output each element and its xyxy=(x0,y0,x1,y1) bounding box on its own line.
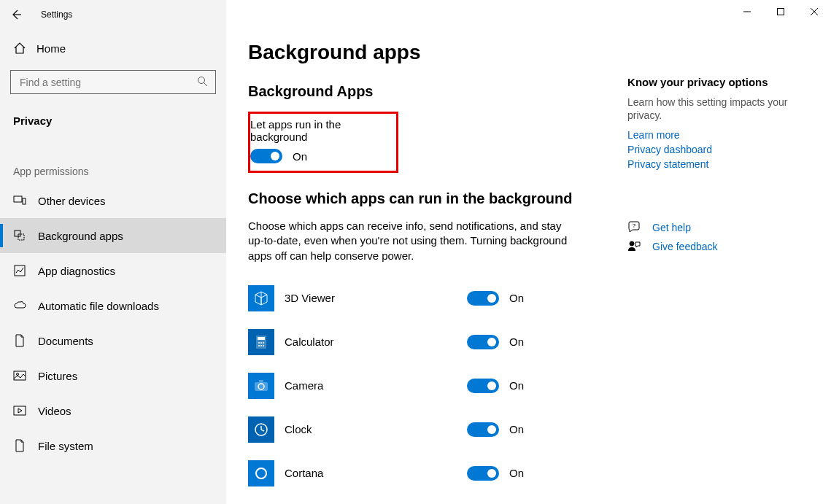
app-icon xyxy=(248,416,274,443)
home-label: Home xyxy=(36,42,66,55)
app-name: Cortana xyxy=(285,467,457,479)
section-title-bg-apps: Background Apps xyxy=(248,83,576,100)
vid-icon xyxy=(13,404,26,417)
master-toggle-highlight: Let apps run in the background On xyxy=(248,112,398,173)
app-row-disney-: Disney+Disney+On xyxy=(248,495,576,504)
nav-item-pictures[interactable]: Pictures xyxy=(0,358,226,393)
home-icon xyxy=(13,42,26,55)
svg-text:?: ? xyxy=(633,222,636,229)
diag-icon xyxy=(13,264,26,277)
app-toggle[interactable] xyxy=(467,291,499,306)
back-button[interactable] xyxy=(0,0,32,29)
nav-item-label: Videos xyxy=(38,405,71,417)
svg-point-19 xyxy=(263,342,264,344)
app-icon xyxy=(248,285,274,311)
nav-item-background-apps[interactable]: Background apps xyxy=(0,218,226,253)
svg-line-28 xyxy=(261,430,264,431)
master-toggle-label: Let apps run in the background xyxy=(250,118,389,143)
info-desc: Learn how this setting impacts your priv… xyxy=(627,96,809,122)
app-toggle-state: On xyxy=(509,336,524,348)
svg-rect-9 xyxy=(15,230,20,236)
app-icon xyxy=(248,373,274,399)
search-icon xyxy=(197,76,208,89)
search-input[interactable] xyxy=(18,76,197,89)
app-icon xyxy=(248,329,274,355)
feedback-icon xyxy=(627,240,641,253)
svg-point-32 xyxy=(630,241,634,246)
info-heading: Know your privacy options xyxy=(627,76,809,88)
nav-item-label: Documents xyxy=(38,335,93,347)
cloud-icon xyxy=(13,299,26,312)
app-toggle-state: On xyxy=(509,379,524,392)
nav-item-label: Other devices xyxy=(38,195,106,207)
app-icon xyxy=(248,460,274,486)
nav-item-documents[interactable]: Documents xyxy=(0,323,226,358)
maximize-button[interactable] xyxy=(764,0,797,23)
svg-rect-7 xyxy=(14,196,22,202)
nav-item-label: File system xyxy=(38,440,93,452)
pic-icon xyxy=(13,369,26,382)
svg-rect-11 xyxy=(15,265,25,276)
master-toggle[interactable] xyxy=(250,149,282,163)
app-toggle[interactable] xyxy=(467,335,499,349)
app-toggle-state: On xyxy=(509,467,524,479)
give-feedback-link[interactable]: Give feedback xyxy=(652,241,718,252)
svg-point-5 xyxy=(198,77,205,83)
svg-point-20 xyxy=(258,345,260,346)
app-name: Camera xyxy=(285,379,457,392)
section-title-choose: Choose which apps can run in the backgro… xyxy=(248,190,576,207)
svg-rect-10 xyxy=(18,234,24,240)
app-toggle[interactable] xyxy=(467,422,499,437)
app-row-3d-viewer: 3D ViewerOn xyxy=(248,276,576,320)
svg-rect-2 xyxy=(778,9,784,15)
info-link-privacy-dashboard[interactable]: Privacy dashboard xyxy=(627,144,809,155)
minimize-button[interactable] xyxy=(730,0,764,23)
get-help-link[interactable]: Get help xyxy=(652,222,691,233)
info-link-learn-more[interactable]: Learn more xyxy=(627,129,809,141)
svg-point-13 xyxy=(17,373,19,376)
svg-line-6 xyxy=(204,82,208,86)
svg-point-22 xyxy=(263,345,264,346)
nav-item-label: App diagnostics xyxy=(38,265,115,277)
svg-rect-14 xyxy=(14,406,26,415)
back-arrow-icon xyxy=(10,9,22,20)
svg-rect-8 xyxy=(23,198,26,204)
svg-rect-12 xyxy=(14,371,26,380)
nav-item-videos[interactable]: Videos xyxy=(0,393,226,428)
section-desc: Choose which apps can receive info, send… xyxy=(248,219,569,263)
svg-point-18 xyxy=(260,342,262,344)
maximize-icon xyxy=(777,8,784,15)
subheader: App permissions xyxy=(0,151,226,183)
nav-item-app-diagnostics[interactable]: App diagnostics xyxy=(0,253,226,288)
bg-icon xyxy=(13,229,26,242)
sidebar: Home Privacy App permissions Other devic… xyxy=(0,0,226,504)
svg-point-17 xyxy=(258,342,260,344)
info-link-privacy-statement[interactable]: Privacy statement xyxy=(627,158,809,170)
nav-item-label: Automatic file downloads xyxy=(38,300,159,312)
app-toggle-state: On xyxy=(509,292,524,304)
search-box[interactable] xyxy=(10,70,216,94)
home-nav[interactable]: Home xyxy=(0,32,226,64)
svg-rect-16 xyxy=(258,337,265,340)
master-toggle-state: On xyxy=(293,150,307,163)
nav-item-other-devices[interactable]: Other devices xyxy=(0,183,226,218)
svg-point-21 xyxy=(260,345,262,346)
nav-item-file-system[interactable]: File system xyxy=(0,428,226,463)
category-label: Privacy xyxy=(0,104,226,136)
nav-item-label: Background apps xyxy=(38,230,123,242)
svg-rect-25 xyxy=(259,380,263,382)
app-row-clock: ClockOn xyxy=(248,408,576,451)
close-icon xyxy=(811,8,818,15)
doc-icon xyxy=(13,439,26,452)
help-icon: ? xyxy=(627,221,641,234)
app-toggle-state: On xyxy=(509,423,524,435)
app-name: 3D Viewer xyxy=(285,292,457,304)
app-toggle[interactable] xyxy=(467,379,499,393)
svg-point-29 xyxy=(256,468,266,478)
nav-item-automatic-file-downloads[interactable]: Automatic file downloads xyxy=(0,288,226,323)
app-name: Clock xyxy=(285,423,457,435)
close-button[interactable] xyxy=(797,0,831,23)
devices-icon xyxy=(13,194,26,207)
app-toggle[interactable] xyxy=(467,466,499,481)
app-row-cortana: CortanaOn xyxy=(248,451,576,495)
